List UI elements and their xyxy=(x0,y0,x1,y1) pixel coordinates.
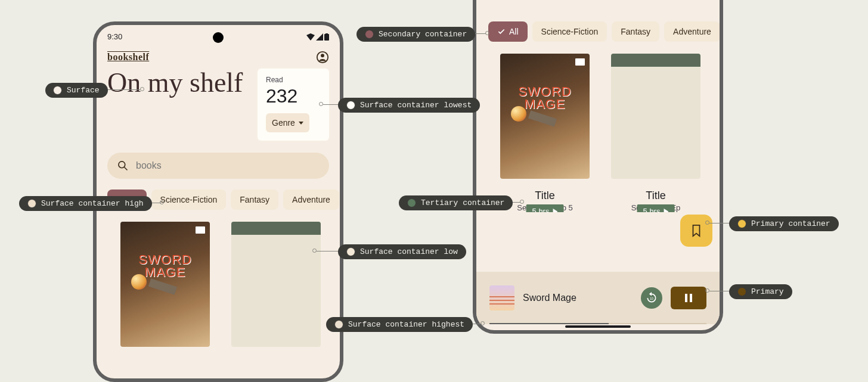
swatch xyxy=(407,198,416,207)
account-icon[interactable] xyxy=(316,51,329,64)
playback-progress[interactable] xyxy=(489,323,706,324)
swatch xyxy=(346,247,355,256)
swatch xyxy=(27,199,36,208)
annotation-label: Surface container high xyxy=(41,199,144,208)
card-title: Title xyxy=(611,190,700,202)
play-icon xyxy=(553,209,557,213)
cover-title: SWORD MAGE xyxy=(138,254,191,279)
annotation-primary: Primary xyxy=(729,284,792,299)
battery-icon xyxy=(324,33,329,41)
cover-art xyxy=(131,274,147,290)
cover-title: SWORD MAGE xyxy=(518,86,571,111)
wifi-icon xyxy=(306,33,315,41)
swatch xyxy=(737,219,746,228)
annotation-label: Surface container lowest xyxy=(360,101,472,110)
svg-point-4 xyxy=(119,162,125,168)
swatch xyxy=(346,101,355,110)
annotation-surface-container-highest: Surface container highest xyxy=(326,317,473,332)
bookmark-fab[interactable] xyxy=(680,215,712,247)
replay-button[interactable]: 10 xyxy=(641,287,662,309)
annotation-label: Surface container highest xyxy=(348,320,464,329)
annotation-label: Surface xyxy=(67,86,100,95)
chip-scifi[interactable]: Science-Fiction xyxy=(532,21,607,42)
book-card[interactable]: 5 hrs Title Season 3 • Ep xyxy=(611,54,700,212)
chip-label: Fantasy xyxy=(240,195,269,204)
duration-text: 5 hrs xyxy=(532,207,550,212)
annotation-surface-container-low: Surface container low xyxy=(338,244,466,259)
chip-fantasy[interactable]: Fantasy xyxy=(231,190,278,210)
camera-cutout xyxy=(213,32,224,43)
chip-adventure[interactable]: Adventure xyxy=(664,21,720,42)
search-field[interactable] xyxy=(107,153,329,179)
annotation-surface-container-lowest: Surface container lowest xyxy=(338,98,480,113)
annotation-secondary-container: Secondary container xyxy=(356,27,475,42)
pause-button[interactable] xyxy=(671,287,706,309)
annotation-label: Tertiary container xyxy=(421,198,504,207)
svg-rect-8 xyxy=(690,294,692,302)
chevron-down-icon xyxy=(299,122,303,125)
swatch-surface xyxy=(53,86,62,95)
chip-scifi[interactable]: Science-Fiction xyxy=(151,190,227,210)
chip-adventure[interactable]: Adventure xyxy=(283,190,339,210)
svg-point-3 xyxy=(321,54,324,57)
chip-label: Science-Fiction xyxy=(541,27,599,36)
annotation-label: Primary xyxy=(751,287,784,296)
gesture-handle xyxy=(565,325,631,328)
pause-icon xyxy=(684,293,693,303)
duration-chip: 5 hrs xyxy=(637,204,675,212)
bookmark-icon xyxy=(690,224,702,237)
book-cover: SWORD MAGE xyxy=(120,222,210,347)
swatch xyxy=(334,320,343,329)
annotation-surface-container-high: Surface container high xyxy=(19,196,152,211)
now-playing-thumb xyxy=(489,285,514,310)
app-logo: bookshelf xyxy=(107,52,149,63)
book-card[interactable]: SWORD MAGE xyxy=(120,222,210,347)
chip-label: Adventure xyxy=(292,195,330,204)
phone-mockup-right: All Science-Fiction Fantasy Adventure SW… xyxy=(473,0,723,334)
search-icon xyxy=(117,160,129,172)
replay-10-icon: 10 xyxy=(646,292,658,304)
search-input[interactable] xyxy=(136,160,320,171)
play-icon xyxy=(664,209,668,213)
signal-icon xyxy=(316,33,323,41)
swatch xyxy=(737,287,746,296)
genre-label: Genre xyxy=(272,118,295,128)
svg-rect-0 xyxy=(324,34,329,41)
chip-label: Adventure xyxy=(673,27,711,36)
chip-label: Science-Fiction xyxy=(160,195,218,204)
chip-label: All xyxy=(509,27,519,36)
book-cover xyxy=(611,54,700,179)
duration-chip: 5 hrs xyxy=(526,204,564,212)
cover-art xyxy=(148,278,177,295)
chip-all[interactable]: All xyxy=(488,21,528,42)
card-title: Title xyxy=(500,190,590,202)
check-icon xyxy=(497,27,506,36)
chip-fantasy[interactable]: Fantasy xyxy=(612,21,659,42)
book-card[interactable] xyxy=(231,222,321,347)
annotation-label: Primary container xyxy=(751,219,830,228)
now-playing-title: Sword Mage xyxy=(523,293,633,303)
annotation-primary-container: Primary container xyxy=(729,216,839,231)
annotation-label: Surface container low xyxy=(360,247,458,256)
chip-label: Fantasy xyxy=(621,27,650,36)
svg-line-5 xyxy=(125,167,128,170)
genre-dropdown[interactable]: Genre xyxy=(266,113,309,132)
book-cover: SWORD MAGE xyxy=(500,54,590,179)
book-cover xyxy=(231,222,321,347)
swatch xyxy=(365,30,374,39)
annotation-tertiary-container: Tertiary container xyxy=(399,195,513,210)
duration-text: 5 hrs xyxy=(643,207,661,212)
stat-value: 232 xyxy=(266,85,321,107)
page-title: On my shelf xyxy=(107,69,249,97)
stat-label: Read xyxy=(266,76,321,84)
status-time: 9:30 xyxy=(107,32,122,41)
annotation-surface: Surface xyxy=(45,83,108,98)
svg-rect-1 xyxy=(326,33,328,35)
svg-text:10: 10 xyxy=(650,297,653,300)
annotation-label: Secondary container xyxy=(379,30,467,39)
now-playing-bar[interactable]: Sword Mage 10 xyxy=(476,272,720,324)
read-count-card: Read 232 Genre xyxy=(258,69,329,141)
svg-rect-7 xyxy=(685,294,687,302)
book-card[interactable]: SWORD MAGE 5 hrs Title Season 3 • Ep 5 xyxy=(500,54,590,212)
